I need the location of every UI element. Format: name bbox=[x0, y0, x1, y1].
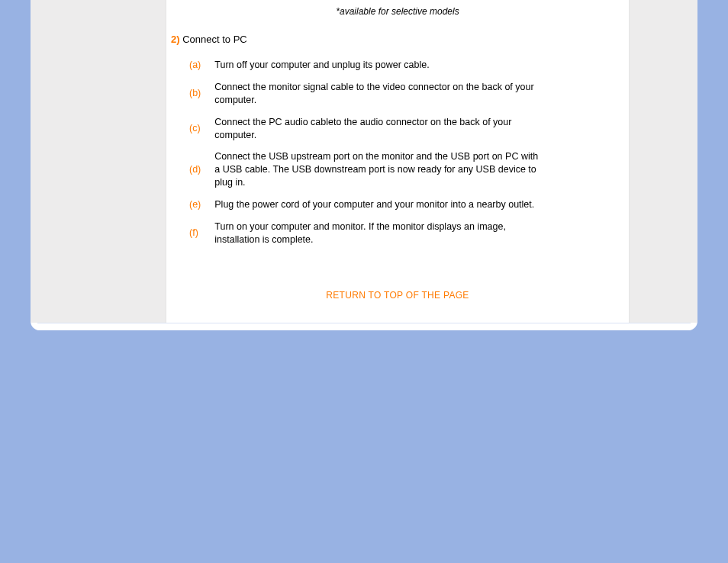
step-text: Turn off your computer and unplug its po… bbox=[210, 54, 553, 76]
main-content: *available for selective models 2) Conne… bbox=[166, 0, 629, 323]
section-number: 2) bbox=[171, 34, 180, 45]
list-item: (f) Turn on your computer and monitor. I… bbox=[185, 216, 553, 251]
list-item: (c) Connect the PC audio cableto the aud… bbox=[185, 111, 553, 146]
availability-note: *available for selective models bbox=[166, 0, 629, 31]
return-link-container: RETURN TO TOP OF THE PAGE bbox=[166, 288, 629, 323]
step-label: (e) bbox=[185, 194, 210, 216]
right-sidebar bbox=[629, 0, 697, 323]
section-title: Connect to PC bbox=[182, 34, 247, 45]
return-to-top-link[interactable]: RETURN TO TOP OF THE PAGE bbox=[326, 290, 469, 301]
shadow-decoration bbox=[31, 324, 697, 330]
list-item: (e) Plug the power cord of your computer… bbox=[185, 194, 553, 216]
list-item: (d) Connect the USB upstream port on the… bbox=[185, 146, 553, 194]
step-label: (f) bbox=[185, 216, 210, 251]
list-item: (a) Turn off your computer and unplug it… bbox=[185, 54, 553, 76]
step-label: (d) bbox=[185, 146, 210, 194]
step-text: Connect the USB upstream port on the mon… bbox=[210, 146, 553, 194]
step-text: Connect the monitor signal cable to the … bbox=[210, 76, 553, 111]
step-label: (a) bbox=[185, 54, 210, 76]
step-label: (b) bbox=[185, 76, 210, 111]
step-text: Turn on your computer and monitor. If th… bbox=[210, 216, 553, 251]
step-label: (c) bbox=[185, 111, 210, 146]
list-item: (b) Connect the monitor signal cable to … bbox=[185, 76, 553, 111]
step-text: Plug the power cord of your computer and… bbox=[210, 194, 553, 216]
steps-list: (a) Turn off your computer and unplug it… bbox=[185, 54, 553, 251]
section-header: 2) Connect to PC bbox=[166, 31, 629, 54]
content-area: *available for selective models 2) Conne… bbox=[31, 0, 697, 323]
page-container: *available for selective models 2) Conne… bbox=[31, 0, 697, 330]
left-sidebar bbox=[31, 0, 166, 323]
step-text: Connect the PC audio cableto the audio c… bbox=[210, 111, 553, 146]
